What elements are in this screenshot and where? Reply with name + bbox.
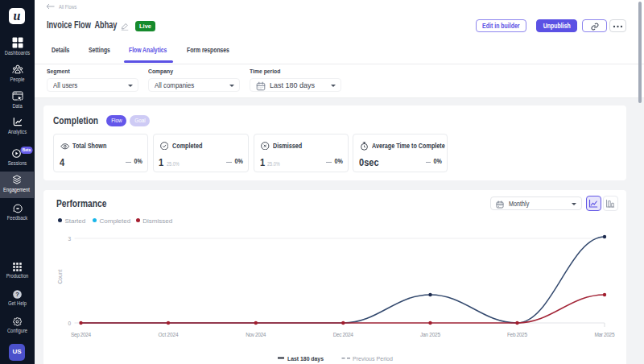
svg-text:Dec 2024: Dec 2024 (333, 332, 353, 337)
svg-text:Sep 2024: Sep 2024 (71, 332, 91, 338)
svg-text:0: 0 (68, 321, 71, 326)
svg-text:Previous Period: Previous Period (353, 355, 393, 362)
svg-text:Jan 2025: Jan 2025 (420, 332, 440, 337)
svg-text:Nov 2024: Nov 2024 (246, 332, 266, 337)
svg-text:Feb 2025: Feb 2025 (507, 332, 527, 337)
svg-text:?: ? (15, 291, 19, 298)
svg-text:Mar 2025: Mar 2025 (595, 332, 615, 337)
svg-text:Oct 2024: Oct 2024 (159, 332, 179, 337)
svg-text:3: 3 (68, 236, 71, 242)
svg-text:Count: Count (57, 269, 63, 283)
svg-text:Last 180 days: Last 180 days (287, 355, 324, 362)
